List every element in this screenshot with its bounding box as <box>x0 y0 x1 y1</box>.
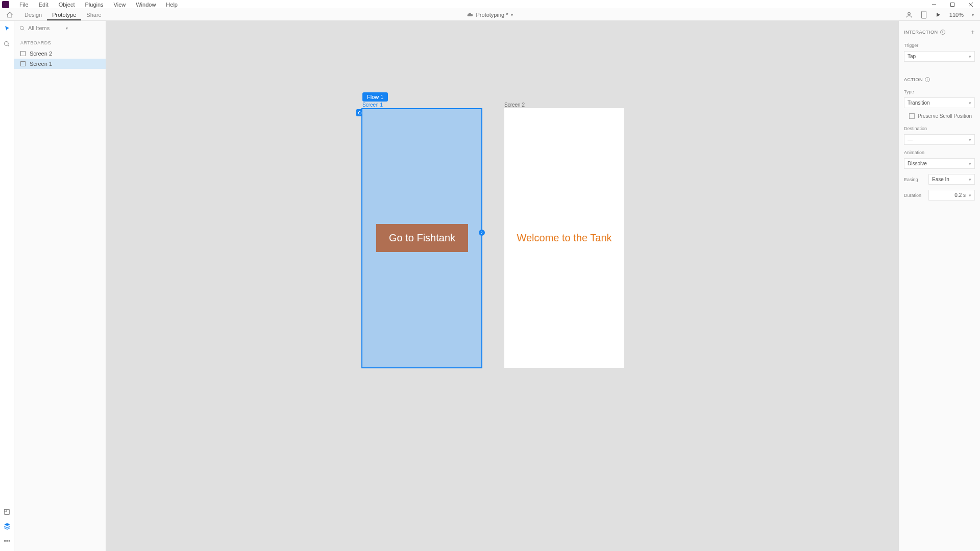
tabbar-right: 110% ▾ <box>905 11 980 19</box>
preserve-scroll-label: Preserve Scroll Position <box>918 113 972 119</box>
zoom-value[interactable]: 110% <box>949 12 964 18</box>
svg-rect-1 <box>951 3 954 6</box>
properties-panel: INTERACTION i + Trigger Tap▾ ACTION i Ty… <box>898 21 980 551</box>
artboard-2-label[interactable]: Screen 2 <box>504 102 525 108</box>
easing-select[interactable]: Ease In▾ <box>928 174 975 185</box>
tab-design[interactable]: Design <box>19 10 47 20</box>
info-icon[interactable]: i <box>925 77 930 82</box>
duration-field[interactable]: 0.2 s▾ <box>928 190 975 201</box>
add-interaction-button[interactable]: + <box>971 28 975 36</box>
artboard-1-label[interactable]: Screen 1 <box>362 102 383 108</box>
chevron-down-icon: ▾ <box>969 137 971 142</box>
welcome-text: Welcome to the Tank <box>514 232 614 244</box>
type-select[interactable]: Transition▾ <box>904 97 975 108</box>
svg-rect-11 <box>6 540 8 541</box>
layer-item-screen-2[interactable]: Screen 2 <box>14 48 106 59</box>
destination-select[interactable]: —▾ <box>904 134 975 145</box>
artboard-icon <box>20 61 26 66</box>
info-icon[interactable]: i <box>940 30 945 35</box>
tab-prototype[interactable]: Prototype <box>47 10 81 20</box>
plugins-icon[interactable] <box>4 537 11 544</box>
layers-filter[interactable]: All Items ▾ <box>14 21 106 35</box>
chevron-down-icon[interactable]: ▾ <box>972 13 974 17</box>
tab-share[interactable]: Share <box>81 10 106 20</box>
svg-point-4 <box>908 12 911 15</box>
interaction-header: INTERACTION i + <box>904 25 975 38</box>
preserve-scroll-checkbox[interactable] <box>909 113 915 119</box>
layers-icon[interactable] <box>4 522 11 530</box>
menubar: File Edit Object Plugins View Window Hel… <box>0 0 980 9</box>
document-name: Prototyping * <box>476 12 508 18</box>
easing-label: Easing <box>904 177 924 182</box>
type-label: Type <box>904 89 975 94</box>
chevron-down-icon: ▾ <box>969 54 971 59</box>
duration-label: Duration <box>904 193 924 198</box>
main: All Items ▾ ARTBOARDS Screen 2 Screen 1 … <box>0 21 980 551</box>
chevron-down-icon: ▾ <box>969 101 971 106</box>
menu-help[interactable]: Help <box>161 0 183 9</box>
action-header: ACTION i <box>904 74 975 84</box>
destination-label: Destination <box>904 126 975 131</box>
search-icon <box>19 26 25 31</box>
svg-rect-5 <box>921 11 926 18</box>
tabbar: Design Prototype Share Prototyping * ▾ 1… <box>0 9 980 21</box>
svg-line-14 <box>23 29 24 30</box>
animation-select[interactable]: Dissolve▾ <box>904 158 975 169</box>
svg-point-13 <box>20 26 23 29</box>
invite-icon[interactable] <box>905 11 913 18</box>
menu-window[interactable]: Window <box>131 0 161 9</box>
canvas[interactable]: Flow 1 Screen 1 Go to Fishtank Screen 2 … <box>106 21 898 551</box>
libraries-icon[interactable] <box>4 508 11 515</box>
chevron-down-icon: ▾ <box>969 161 971 166</box>
chevron-down-icon: ▾ <box>511 13 513 17</box>
menu-view[interactable]: View <box>109 0 131 9</box>
document-title[interactable]: Prototyping * ▾ <box>467 12 513 18</box>
home-icon <box>6 11 13 18</box>
prototype-connector-handle[interactable] <box>479 230 485 236</box>
layer-label: Screen 1 <box>30 61 52 67</box>
layers-panel: All Items ▾ ARTBOARDS Screen 2 Screen 1 <box>14 21 106 551</box>
svg-line-7 <box>8 45 9 46</box>
filter-label: All Items <box>28 25 63 31</box>
menu-object[interactable]: Object <box>54 0 80 9</box>
tool-rail <box>0 21 14 551</box>
artboards-header: ARTBOARDS <box>14 37 106 48</box>
svg-rect-12 <box>9 540 10 541</box>
animation-label: Animation <box>904 150 975 155</box>
trigger-select[interactable]: Tap▾ <box>904 51 975 62</box>
app-icon <box>2 1 9 8</box>
menu-file[interactable]: File <box>14 0 34 9</box>
menu-edit[interactable]: Edit <box>34 0 54 9</box>
mode-tabs: Design Prototype Share <box>19 10 107 20</box>
cloud-icon <box>467 12 473 18</box>
window-controls <box>925 0 980 9</box>
artboard-icon <box>20 51 26 56</box>
maximize-button[interactable] <box>943 0 962 9</box>
chevron-down-icon: ▾ <box>969 193 971 198</box>
mobile-icon[interactable] <box>921 11 927 19</box>
close-button[interactable] <box>962 0 980 9</box>
flow-badge[interactable]: Flow 1 <box>362 92 388 102</box>
svg-rect-9 <box>5 509 7 511</box>
layer-item-screen-1[interactable]: Screen 1 <box>14 59 106 69</box>
zoom-tool[interactable] <box>4 40 11 47</box>
minimize-button[interactable] <box>925 0 943 9</box>
menu-plugins[interactable]: Plugins <box>80 0 109 9</box>
play-icon[interactable] <box>935 12 941 18</box>
svg-point-6 <box>5 41 9 45</box>
go-to-fishtank-button[interactable]: Go to Fishtank <box>376 224 468 252</box>
home-button[interactable] <box>4 9 15 20</box>
select-tool[interactable] <box>4 25 11 32</box>
layer-label: Screen 2 <box>30 51 52 57</box>
chevron-down-icon: ▾ <box>66 26 101 31</box>
trigger-label: Trigger <box>904 43 975 48</box>
search-icon <box>4 41 10 47</box>
svg-rect-10 <box>4 540 6 541</box>
pointer-icon <box>4 26 10 32</box>
chevron-down-icon: ▾ <box>969 177 971 182</box>
preserve-scroll-row[interactable]: Preserve Scroll Position <box>904 111 975 121</box>
